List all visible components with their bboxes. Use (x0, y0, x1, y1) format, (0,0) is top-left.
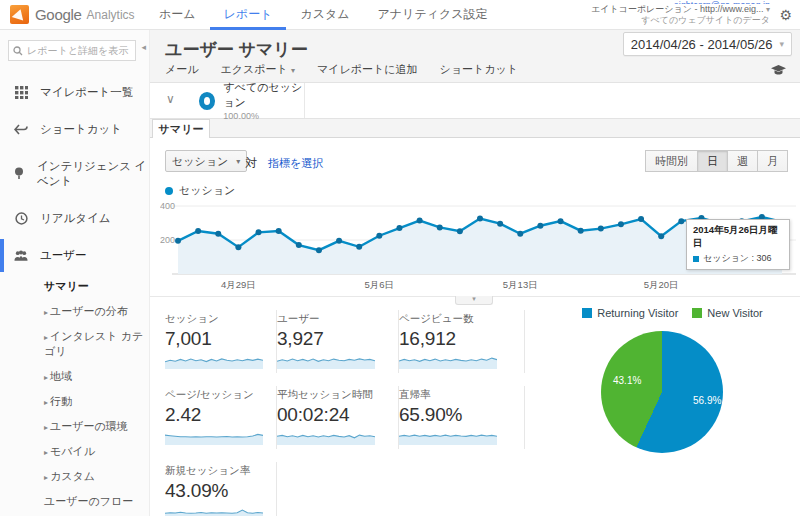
chart-tooltip: 2014年5月26日月曜日 セッション : 306 (686, 219, 790, 270)
sidebar-subitem-2[interactable]: ▸インタレスト カテゴリ (0, 324, 150, 364)
nav-tab-admin[interactable]: アナリティクス設定 (364, 0, 502, 30)
google-analytics-logo[interactable]: Google Analytics (10, 5, 135, 24)
sidebar-subitem-8[interactable]: ユーザーのフロー (0, 489, 150, 514)
metric-select-dropdown[interactable]: セッション ▾ (165, 150, 247, 172)
sidebar-subitem-1[interactable]: ▸ユーザーの分布 (0, 299, 150, 324)
chevron-down-icon: ▾ (779, 39, 784, 49)
date-range-picker[interactable]: 2014/04/26 - 2014/05/26 ▾ (623, 32, 792, 56)
svg-text:400: 400 (160, 201, 175, 211)
sidebar-item-3[interactable]: リアルタイム (0, 200, 150, 237)
segment-donut-icon (199, 92, 215, 110)
tooltip-series: セッション (703, 253, 749, 263)
metric-card-4: 平均セッション時間00:02:24 (277, 386, 399, 449)
report-toolbar: メールエクスポート ▾マイレポートに追加ショートカット (165, 62, 518, 77)
segment-row: ∨ すべてのセッション 100.00% (150, 82, 800, 119)
metric-sparkline (399, 428, 497, 445)
account-view: すべてのウェブサイトのデータ (591, 15, 770, 26)
metric-sparkline (277, 352, 375, 369)
granularity-button-1[interactable]: 日 (697, 150, 728, 172)
segment-percent: 100.00% (223, 111, 304, 121)
metric-value: 65.90% (399, 404, 514, 426)
pie-label-new: 43.1% (613, 375, 641, 386)
account-property[interactable]: エイトコーポレーション - http://www.eig... ▾ (591, 4, 770, 15)
metric-card-5: 直帰率65.90% (399, 386, 525, 449)
sidebar-item-0[interactable]: マイレポート一覧 (0, 74, 150, 111)
sidebar-subitem-0[interactable]: サマリー (0, 274, 150, 299)
vs-label: 対 (245, 155, 257, 172)
nav-tab-customization[interactable]: カスタム (286, 0, 363, 30)
metric-label: 直帰率 (399, 388, 514, 402)
metric-label: ページビュー数 (399, 312, 514, 326)
sidebar-subitem-3[interactable]: ▸地域 (0, 364, 150, 389)
tooltip-value: 306 (757, 253, 772, 263)
sidebar-subitem-5[interactable]: ▸ユーザーの環境 (0, 414, 150, 439)
account-info[interactable]: eightcorp@ga-manag.jp エイトコーポレーション - http… (591, 0, 770, 27)
legend-swatch-icon (582, 308, 592, 318)
expand-triangle-icon: ▸ (44, 423, 48, 432)
svg-text:4月29日: 4月29日 (221, 279, 256, 290)
pie-legend-item-0: Returning Visitor (582, 307, 678, 319)
chart-collapse-handle[interactable]: ▾ (455, 296, 493, 305)
metric-sparkline (277, 428, 375, 445)
metric-label: ユーザー (277, 312, 388, 326)
sidebar-item-1[interactable]: ショートカット (0, 111, 150, 148)
logo-google-text: Google (35, 6, 82, 23)
metric-card-3: ページ/セッション2.42 (165, 386, 277, 449)
sidebar-collapse-icon[interactable]: ◂ (141, 42, 146, 52)
metric-label: ページ/セッション (165, 388, 266, 402)
metric-value: 43.09% (165, 480, 266, 502)
chevron-down-icon: ▾ (236, 157, 240, 166)
metric-label: 平均セッション時間 (277, 388, 388, 402)
search-input[interactable] (27, 45, 135, 56)
google-analytics-app: Google Analytics ホームレポートカスタムアナリティクス設定 ei… (0, 0, 800, 516)
toolbar-item-2[interactable]: マイレポートに追加 (317, 62, 418, 77)
sidebar-item-4[interactable]: ユーザー (0, 237, 150, 274)
tooltip-date: 2014年5月26日月曜日 (693, 224, 783, 250)
search-icon (13, 46, 23, 56)
metric-value: 00:02:24 (277, 404, 388, 426)
metric-value: 7,001 (165, 328, 266, 350)
sidebar-subitem-4[interactable]: ▸行動 (0, 389, 150, 414)
sidebar-subitem-6[interactable]: ▸モバイル (0, 439, 150, 464)
svg-text:5月20日: 5月20日 (644, 279, 679, 290)
top-header: Google Analytics ホームレポートカスタムアナリティクス設定 ei… (0, 0, 800, 30)
metric-card-2: ページビュー数16,912 (399, 310, 525, 373)
metric-sparkline (165, 428, 263, 445)
tab-summary[interactable]: サマリー (152, 119, 210, 138)
gear-icon[interactable]: ⚙ (779, 7, 792, 23)
grid-icon (14, 86, 28, 100)
metric-card-1: ユーザー3,927 (277, 310, 399, 373)
intelligence-icon (14, 167, 25, 181)
pie-label-returning: 56.9% (693, 395, 721, 406)
segment-expand-chevron-icon[interactable]: ∨ (166, 92, 175, 106)
expand-triangle-icon: ▸ (44, 333, 48, 342)
metrics-grid: セッション7,001ユーザー3,927ページビュー数16,912ページ/セッショ… (165, 310, 540, 516)
date-range-value: 2014/04/26 - 2014/05/26 (631, 37, 773, 52)
shortcut-arrow-icon (14, 123, 28, 137)
sidebar-item-2[interactable]: インテリジェンス イベント (0, 148, 150, 200)
segment-all-sessions[interactable]: すべてのセッション 100.00% (195, 83, 305, 118)
education-cap-icon[interactable] (771, 62, 786, 80)
sidebar-items: マイレポート一覧ショートカットインテリジェンス イベントリアルタイムユーザーサマ… (0, 74, 150, 516)
metric-sparkline (165, 504, 263, 516)
granularity-button-3[interactable]: 月 (757, 150, 788, 172)
select-metric-link[interactable]: 指標を選択 (268, 156, 323, 171)
metric-label: セッション (165, 312, 266, 326)
report-search-box[interactable] (8, 40, 136, 61)
svg-text:200: 200 (160, 235, 175, 245)
nav-tab-home[interactable]: ホーム (145, 0, 210, 30)
sidebar-subitem-7[interactable]: ▸カスタム (0, 464, 150, 489)
nav-tab-reporting[interactable]: レポート (210, 0, 287, 30)
expand-triangle-icon: ▸ (44, 308, 48, 317)
page-title: ユーザー サマリー (165, 38, 308, 61)
metric-card-0: セッション7,001 (165, 310, 277, 373)
visitor-type-pie-chart[interactable] (601, 331, 723, 453)
toolbar-item-1[interactable]: エクスポート ▾ (221, 62, 295, 77)
toolbar-item-0[interactable]: メール (165, 62, 199, 77)
report-panel: セッション ▾ 対 指標を選択 時間別日週月 セッション 4002004月29日… (150, 137, 800, 516)
expand-triangle-icon: ▸ (44, 448, 48, 457)
granularity-button-0[interactable]: 時間別 (645, 150, 698, 172)
granularity-button-2[interactable]: 週 (727, 150, 758, 172)
toolbar-item-3[interactable]: ショートカット (439, 62, 518, 77)
svg-text:5月6日: 5月6日 (365, 279, 395, 290)
